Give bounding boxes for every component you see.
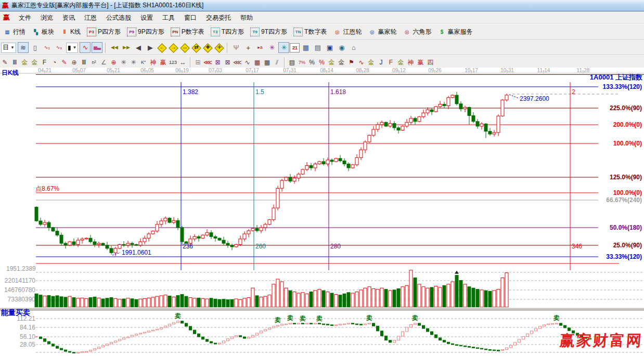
rays2-tool[interactable]: ⋘ [233,58,242,68]
wave9-icon[interactable]: ∿₉ [54,42,65,53]
menu-item-7[interactable]: 窗口 [179,13,201,22]
menu-item-9[interactable]: 帮助 [236,13,257,22]
pattern-tool[interactable]: ✳ [266,42,277,53]
percent-dash-tool[interactable]: % [317,58,327,68]
toolbar-button-winner-wheel[interactable]: ◎赢家轮 [365,26,400,38]
pen-tool[interactable]: ✎ [1,58,10,68]
fan-rays-tool[interactable]: ⋘ [203,58,213,68]
hand-tool[interactable]: Ψ [230,42,241,53]
toolbar-button-sectors[interactable]: ▚板块 [29,26,57,38]
toolbar-button-quotes[interactable]: ▦行情 [0,26,29,38]
expand-horizontal-button[interactable]: ↔ [179,43,190,53]
gold-angle-tool[interactable]: 金 [396,58,406,68]
percent-line-tool[interactable]: 7% [298,58,307,68]
svg-text:84.16: 84.16 [20,324,35,331]
angle-tool[interactable]: ∠ [99,58,109,68]
gold-band-tool[interactable]: 金 [367,58,376,68]
fib-grid-tool[interactable]: F [40,58,49,68]
toolbar-button-hexagon[interactable]: ◎六角形 [400,26,434,38]
toolbar-button-9p-square[interactable]: P99P四方形 [124,26,168,38]
count-ruler-tool[interactable]: 123 [169,58,178,68]
f-angle-tool[interactable]: F [387,58,396,68]
scroll-left-button[interactable]: ← [157,43,167,53]
gold-grid-tool[interactable]: 金 [20,58,30,68]
skip-start-button[interactable]: ◀◀ [109,42,120,53]
comb-tool[interactable]: Ⅲ [80,58,89,68]
ray-box-tool[interactable]: ⊠ [213,58,223,68]
n-square-tool[interactable]: n² [89,58,99,68]
menu-item-0[interactable]: 文件 [14,13,36,22]
shen-angle-tool[interactable]: 神 [406,58,416,68]
j-angle-tool[interactable]: J [377,58,386,68]
percent-tool[interactable]: % [307,58,317,68]
web-box-tool[interactable]: ⊠ [223,58,233,68]
annotate-tool[interactable]: ▸a [254,42,265,53]
fill-grid2-tool[interactable]: ▦ [263,58,272,68]
flag-tool[interactable]: ⚑ [347,58,356,68]
toolbar-button-9t-square[interactable]: T99T四方形 [247,26,290,38]
web-tool[interactable]: ✳ [129,58,138,68]
k-mark-tool[interactable]: K" [139,58,148,68]
fractal-icon[interactable]: ≋ [18,42,29,53]
export-button[interactable]: ◉ [336,42,347,53]
spiral-tool[interactable]: ◔ [50,58,59,68]
menu-item-3[interactable]: 江恩 [80,13,101,22]
menu-item-4[interactable]: 公式选股 [101,13,136,22]
calculator-button[interactable]: ▦ [300,42,311,53]
menu-item-1[interactable]: 浏览 [36,13,58,22]
toolbar-button-p-square[interactable]: P3P四方形 [84,26,124,38]
gann-brain-tool[interactable]: ✳ [278,42,289,53]
compass-tool[interactable]: ⊕ [109,58,119,68]
band-tool[interactable]: ∿ [357,58,366,68]
win-grid-tool[interactable]: 赢 [159,58,168,68]
zoom-in-button[interactable]: ✛ [214,43,224,53]
report-icon[interactable]: ▯ [30,42,41,53]
measure-tool[interactable]: ↔ [178,58,188,68]
system-button[interactable]: ⌂ [348,42,359,53]
menu-item-2[interactable]: 资讯 [58,13,80,22]
toolbar-button-t-number-table[interactable]: TNT数字表 [290,26,330,38]
shen-grid-tool[interactable]: 神 [149,58,158,68]
step-forward-button[interactable]: ▶ [145,42,156,53]
save-button[interactable]: ▣ [324,42,335,53]
zoom-out-button[interactable]: ✚ [202,43,213,53]
winner-service-label: 赢家服务 [447,28,472,36]
toolbar-button-winner-service[interactable]: $赢家服务 [434,26,475,38]
candle-style-dropdown[interactable]: ▮▼ [66,43,79,53]
red-pen-tool[interactable]: ✎ [60,58,69,68]
win-angle-tool[interactable]: 赢 [416,58,426,68]
chart-canvas[interactable]: 04-2105-0705-2106-0506-1907-0307-1707-31… [0,68,644,356]
zigzag-icon[interactable]: ∿ [80,42,91,53]
histogram-icon[interactable]: ▅▃ [92,42,102,53]
step-back-button[interactable]: ◀ [133,42,144,53]
svg-text:133.33%(120): 133.33%(120) [603,83,642,90]
level-bars-tool[interactable]: ▤ [288,58,297,68]
four-angle-tool[interactable]: 四 [426,58,435,68]
toolbar-button-kline[interactable]: ‖K线 [57,26,84,38]
menu-item-6[interactable]: 工具 [158,13,179,22]
box-grid-tool[interactable]: ⊞ [194,58,203,68]
cycle-wave-tool[interactable]: ∿ [243,58,252,68]
scroll-right-button[interactable]: → [168,43,178,53]
toolbar-button-gann-wheel[interactable]: ◎江恩轮 [330,26,365,38]
wave3-icon[interactable]: ∿₃ [42,42,53,53]
toolbar-button-t-square[interactable]: T3T四方形 [208,26,247,38]
compress-horizontal-button[interactable]: ⇄ [191,43,201,53]
slash-lines-tool[interactable]: ⫽ [273,58,282,68]
menu-item-5[interactable]: 设置 [136,13,158,22]
time-grid-tool[interactable]: Ⅲ [10,58,20,68]
toolbar-button-p-number-table[interactable]: PNP数字表 [168,26,208,38]
circle-cross-tool[interactable]: ⊕ [70,58,79,68]
calendar-button[interactable]: 21 [290,43,300,52]
fill-grid-tool[interactable]: ▦ [253,58,262,68]
notes-button[interactable]: ▤ [312,42,323,53]
gold-circle-tool[interactable]: 金 [327,58,337,68]
menu-item-8[interactable]: 交易委托 [201,13,236,22]
gold-grid2-tool[interactable]: 金 [30,58,40,68]
spider-tool[interactable]: ✳ [119,58,128,68]
period-dropdown[interactable]: 日▼ [1,43,16,53]
gold-bars-tool[interactable]: 金 [337,58,346,68]
crosshair-tool[interactable]: ＋ [242,42,253,53]
chart-area[interactable]: 04-2105-0705-2106-0506-1907-0307-1707-31… [0,68,644,356]
skip-end-button[interactable]: ▶▶ [121,42,132,53]
